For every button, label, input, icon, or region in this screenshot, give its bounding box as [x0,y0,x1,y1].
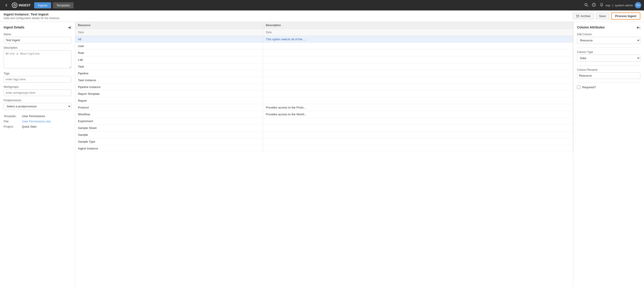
table-row[interactable]: Sample [75,132,573,138]
column-rename-label: Column Rename [577,68,640,71]
resource-cell: Experiment [75,118,263,125]
required-label: Required? [582,86,596,89]
postprocessor-label: Postprocessor: [4,99,71,102]
user-name: system admin [615,4,633,7]
template-meta: Template: User Permissions [4,115,71,118]
table-body: AllThis option selects all of the ...Use… [75,36,573,152]
table-row[interactable]: Sample Sheet [75,125,573,132]
table-row[interactable]: AllThis option selects all of the ... [75,36,573,43]
required-checkbox[interactable] [577,86,580,89]
table-row[interactable]: Ingest Instance [75,145,573,152]
resource-cell: Lab [75,56,263,63]
collapse-button[interactable]: ◀| [68,25,71,29]
avatar[interactable]: SA [635,2,641,8]
description-col-sub: Data [263,29,573,36]
edit-column-section: Edit Column Resource [577,33,640,44]
back-button[interactable] [3,1,10,9]
save-button[interactable]: Save [596,13,609,19]
logo-icon [12,2,17,8]
page-subtitle: Data and configuration details for the i… [4,17,573,20]
resource-cell: Task [75,63,263,70]
meta-section: Template: User Permissions File: User Pe… [4,115,71,128]
process-ingest-button[interactable]: Process Ingest [611,12,640,19]
resource-cell: Pipeline [75,70,263,77]
table-row[interactable]: ProtocolProvides access to the Proto... [75,104,573,111]
tags-label: Tags: [4,72,71,75]
table-row[interactable]: Report Template [75,91,573,97]
header-text: Ingest Instance: Test Ingest Data and co… [4,12,573,20]
resource-table: Resource Description Data Data AllThis o… [75,22,573,152]
table-row[interactable]: Task [75,63,573,70]
description-cell: This option selects all of the ... [263,36,573,43]
description-cell [263,43,573,50]
workgroups-label: Workgroups: [4,85,71,89]
right-panel: Column Attributes ▶| Edit Column Resourc… [573,22,644,287]
description-cell [263,138,573,145]
user-region: esp [606,4,610,7]
resource-cell: User [75,43,263,50]
divider-2 [577,65,640,66]
description-input[interactable] [4,50,71,68]
nav-tab-templates[interactable]: Templates [53,2,74,8]
column-type-label: Column Type [577,50,640,54]
table-row[interactable]: Lab [75,56,573,63]
column-rename-input[interactable] [577,72,640,79]
tags-input[interactable] [4,76,71,83]
project-key: Project: [4,125,22,128]
name-input[interactable] [4,37,71,43]
table-row[interactable]: User [75,43,573,50]
bell-icon[interactable] [600,3,604,8]
file-link[interactable]: User Permissions.xlsx [22,120,51,123]
logo-text: INGEST [19,3,30,7]
svg-text:?: ? [593,4,594,6]
expand-button[interactable]: ▶| [637,25,640,29]
right-panel-header: Column Attributes ▶| [577,25,640,29]
top-nav: INGEST Ingests Templates ? esp | system … [0,0,644,10]
table-row[interactable]: Pipeline Instance [75,84,573,91]
description-cell [263,125,573,132]
resource-cell: Sample [75,132,263,138]
panel-header: Ingest Details ◀| [4,25,71,29]
divider-3 [577,83,640,83]
resource-cell: Sample Sheet [75,125,263,132]
description-cell [263,63,573,70]
resource-cell: Task Instance [75,77,263,84]
right-panel-title: Column Attributes [577,25,605,29]
description-cell [263,91,573,97]
resource-cell: All [75,36,263,43]
page-title: Ingest Instance: Test Ingest [4,12,573,16]
description-cell [263,97,573,104]
main-layout: Ingest Details ◀| Name: Description: Tag… [0,22,644,287]
resource-cell: Workflow [75,111,263,118]
project-value: Quick Start [22,125,36,128]
edit-column-label: Edit Column [577,33,640,36]
header-actions: Archive Save Process Ingest [573,12,640,19]
postprocessor-select[interactable]: Select a postprocessor [4,103,71,110]
center-panel: Resource Description Data Data AllThis o… [75,22,573,287]
table-row[interactable]: WorkflowProvides access to the Workf... [75,111,573,118]
resource-cell: Ingest Instance [75,145,263,152]
table-row[interactable]: Report [75,97,573,104]
left-panel: Ingest Details ◀| Name: Description: Tag… [0,22,75,287]
resource-cell: Role [75,50,263,56]
archive-button[interactable]: Archive [573,13,594,19]
description-label: Description: [4,46,71,49]
nav-tab-ingests[interactable]: Ingests [34,2,51,8]
help-icon[interactable]: ? [592,3,596,8]
table-row[interactable]: Task Instance [75,77,573,84]
svg-rect-4 [576,15,579,16]
name-label: Name: [4,33,71,36]
table-row[interactable]: Pipeline [75,70,573,77]
table-row[interactable]: Experiment [75,118,573,125]
column-type-select[interactable]: Data [577,55,640,62]
table-row[interactable]: Sample Type [75,138,573,145]
workgroups-input[interactable] [4,89,71,96]
description-cell [263,118,573,125]
table-row[interactable]: Role [75,50,573,56]
edit-column-select[interactable]: Resource [577,37,640,44]
template-value: User Permissions [22,115,45,118]
description-cell [263,132,573,138]
search-icon[interactable] [584,3,588,8]
description-cell [263,145,573,152]
description-cell [263,84,573,91]
